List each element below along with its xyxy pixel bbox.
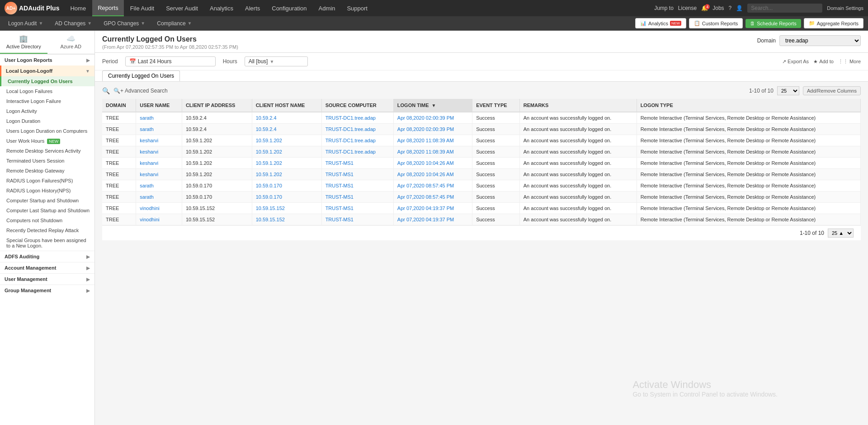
custom-reports-button[interactable]: 📋 Custom Reports <box>689 18 743 28</box>
jobs-link[interactable]: Jobs <box>712 5 724 11</box>
per-page-bottom-select[interactable]: 25 ▲ <box>828 229 854 238</box>
cell-source-computer[interactable]: TRUST-MS1 <box>321 180 393 191</box>
cell-client-host[interactable]: 10.59.15.152 <box>252 203 321 214</box>
sidebar-section-account-management[interactable]: Account Management ▶ <box>0 262 94 273</box>
cell-username[interactable]: vinodhini <box>136 203 182 214</box>
sidebar-item-radius-history[interactable]: RADIUS Logon History(NPS) <box>0 186 94 196</box>
compliance-dropdown[interactable]: Compliance ▼ <box>153 16 195 31</box>
sidebar-section-user-logon-reports[interactable]: User Logon Reports ▶ <box>0 54 94 65</box>
export-as-button[interactable]: ↗ Export As <box>782 59 809 65</box>
col-remarks[interactable]: REMARKS <box>519 99 637 112</box>
sidebar-item-user-work-hours[interactable]: User Work Hours NEW <box>0 136 94 146</box>
sidebar-item-remote-desktop-gateway[interactable]: Remote Desktop Gateway <box>0 166 94 176</box>
cell-client-host[interactable]: 10.59.1.202 <box>252 169 321 180</box>
sidebar-tab-active-directory[interactable]: 🏢 Active Directory <box>0 31 47 54</box>
schedule-reports-button[interactable]: 🗓 Schedule Reports <box>745 19 801 28</box>
col-source-computer[interactable]: SOURCE COMPUTER <box>321 99 393 112</box>
gpo-changes-dropdown[interactable]: GPO Changes ▼ <box>100 16 149 31</box>
cell-client-host[interactable]: 10.59.2.4 <box>252 124 321 135</box>
help-icon[interactable]: ? <box>729 5 732 11</box>
cell-source-computer[interactable]: TRUST-MS1 <box>321 169 393 180</box>
cell-logon-time[interactable]: Apr 08,2020 02:00:39 PM <box>393 112 472 124</box>
sidebar-item-radius-failures[interactable]: RADIUS Logon Failures(NPS) <box>0 176 94 186</box>
cell-client-host[interactable]: 10.59.1.202 <box>252 158 321 169</box>
col-client-ip[interactable]: CLIENT IP ADDRESS <box>182 99 252 112</box>
sidebar-item-remote-desktop-services[interactable]: Remote Desktop Services Activity <box>0 146 94 156</box>
current-users-tab[interactable]: Currently Logged On Users <box>102 70 180 81</box>
nav-support[interactable]: Support <box>341 0 373 16</box>
cell-logon-time[interactable]: Apr 07,2020 08:57:45 PM <box>393 191 472 203</box>
sidebar-item-replay-attack[interactable]: Recently Detected Replay Attack <box>0 225 94 235</box>
col-event-type[interactable]: EVENT TYPE <box>472 99 520 112</box>
period-input[interactable]: 📅 Last 24 Hours <box>125 56 216 66</box>
sidebar-section-group-management[interactable]: Group Management ▶ <box>0 285 94 296</box>
nav-configuration[interactable]: Configuration <box>266 0 312 16</box>
advanced-search-button[interactable]: 🔍+ Advanced Search <box>113 88 168 94</box>
sidebar-item-terminated-users[interactable]: Terminated Users Session <box>0 156 94 166</box>
sidebar-item-logon-duration[interactable]: Logon Duration <box>0 116 94 126</box>
cell-logon-time[interactable]: Apr 08,2020 02:00:39 PM <box>393 124 472 135</box>
aggregate-reports-button[interactable]: 📁 Aggregate Reports <box>804 18 863 28</box>
cell-logon-time[interactable]: Apr 07,2020 08:57:45 PM <box>393 180 472 191</box>
cell-client-host[interactable]: 10.59.15.152 <box>252 214 321 225</box>
search-icon-button[interactable]: 🔍 <box>102 87 110 94</box>
cell-source-computer[interactable]: TRUST-DC1.tree.adap <box>321 112 393 124</box>
per-page-select[interactable]: 25 50 100 <box>777 86 799 95</box>
cell-client-host[interactable]: 10.59.0.170 <box>252 180 321 191</box>
analytics-button[interactable]: 📊 Analytics NEW <box>635 18 686 28</box>
cell-username[interactable]: kesharvi <box>136 158 182 169</box>
domain-settings-link[interactable]: Domain Settings <box>827 5 863 11</box>
cell-source-computer[interactable]: TRUST-MS1 <box>321 203 393 214</box>
nav-reports[interactable]: Reports <box>92 0 124 16</box>
search-input[interactable] <box>747 4 822 13</box>
sidebar-item-special-groups[interactable]: Special Groups have been assigned to a N… <box>0 235 94 251</box>
cell-client-host[interactable]: 10.59.0.170 <box>252 191 321 203</box>
ad-changes-dropdown[interactable]: AD Changes ▼ <box>51 16 95 31</box>
nav-alerts[interactable]: Alerts <box>240 0 265 16</box>
cell-username[interactable]: kesharvi <box>136 146 182 158</box>
cell-username[interactable]: sarath <box>136 124 182 135</box>
sidebar-item-logon-activity[interactable]: Logon Activity <box>0 106 94 116</box>
sidebar-item-users-logon-duration[interactable]: Users Logon Duration on Computers <box>0 126 94 136</box>
more-button[interactable]: ⋮⋮ More <box>838 59 861 65</box>
nav-file-audit[interactable]: File Audit <box>125 0 160 16</box>
cell-source-computer[interactable]: TRUST-DC1.tree.adap <box>321 124 393 135</box>
cell-client-host[interactable]: 10.59.1.202 <box>252 135 321 146</box>
sidebar-section-user-management[interactable]: User Management ▶ <box>0 273 94 285</box>
sidebar-item-computers-not-shutdown[interactable]: Computers not Shutdown <box>0 215 94 225</box>
sidebar-tab-azure-ad[interactable]: ☁️ Azure AD <box>47 31 95 54</box>
nav-admin[interactable]: Admin <box>313 0 341 16</box>
add-to-button[interactable]: ★ Add to <box>813 59 834 65</box>
cell-source-computer[interactable]: TRUST-DC1.tree.adap <box>321 146 393 158</box>
col-logon-time[interactable]: LOGON TIME ▼ <box>393 99 472 112</box>
notification-bell[interactable]: 🔔4 <box>701 5 708 11</box>
user-avatar[interactable]: 👤 <box>736 5 743 11</box>
hours-select[interactable]: All [bus] ▼ <box>245 56 308 66</box>
sidebar-section-adfs-auditing[interactable]: ADFS Auditing ▶ <box>0 251 94 262</box>
cell-logon-time[interactable]: Apr 07,2020 04:19:37 PM <box>393 203 472 214</box>
nav-server-audit[interactable]: Server Audit <box>160 0 203 16</box>
sidebar-item-currently-logged-on-users[interactable]: Currently Logged On Users <box>0 76 94 86</box>
sidebar-item-computer-last-startup[interactable]: Computer Last Startup and Shutdown <box>0 205 94 215</box>
sidebar-item-interactive-logon-failure[interactable]: Interactive Logon Failure <box>0 96 94 106</box>
cell-client-host[interactable]: 10.59.1.202 <box>252 146 321 158</box>
cell-source-computer[interactable]: TRUST-MS1 <box>321 214 393 225</box>
col-client-host[interactable]: CLIENT HOST NAME <box>252 99 321 112</box>
nav-analytics[interactable]: Analytics <box>204 0 239 16</box>
license-link[interactable]: License <box>678 5 697 11</box>
cell-logon-time[interactable]: Apr 08,2020 11:08:39 AM <box>393 146 472 158</box>
nav-home[interactable]: Home <box>65 0 91 16</box>
logon-audit-dropdown[interactable]: Logon Audit ▼ <box>5 16 47 31</box>
col-username[interactable]: USER NAME <box>136 99 182 112</box>
cell-logon-time[interactable]: Apr 08,2020 10:04:26 AM <box>393 169 472 180</box>
cell-username[interactable]: sarath <box>136 191 182 203</box>
cell-source-computer[interactable]: TRUST-MS1 <box>321 158 393 169</box>
cell-client-host[interactable]: 10.59.2.4 <box>252 112 321 124</box>
cell-logon-time[interactable]: Apr 08,2020 10:04:26 AM <box>393 158 472 169</box>
col-domain[interactable]: DOMAIN <box>102 99 136 112</box>
cell-source-computer[interactable]: TRUST-DC1.tree.adap <box>321 135 393 146</box>
jump-to-link[interactable]: Jump to <box>654 5 674 11</box>
cell-username[interactable]: sarath <box>136 112 182 124</box>
cell-username[interactable]: kesharvi <box>136 135 182 146</box>
cell-source-computer[interactable]: TRUST-MS1 <box>321 191 393 203</box>
